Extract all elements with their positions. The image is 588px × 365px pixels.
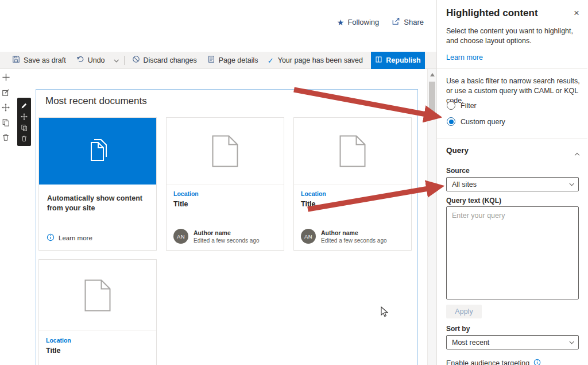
discard-icon — [132, 55, 140, 65]
scrollbar-up-arrow[interactable] — [430, 73, 435, 76]
add-section-button[interactable] — [1, 72, 10, 82]
promo-learn-more-link[interactable]: Learn more — [47, 233, 92, 243]
promo-card: Automatically show content from your sit… — [38, 117, 157, 251]
document-title: Title — [301, 200, 404, 208]
info-icon — [533, 359, 541, 365]
promo-message: Automatically show content from your sit… — [47, 194, 148, 213]
document-icon — [84, 279, 111, 312]
panel-description: Select the content you want to highlight… — [446, 26, 577, 46]
republish-icon — [375, 56, 382, 65]
command-bar-divider — [124, 56, 125, 65]
panel-divider — [437, 68, 587, 69]
site-header: ★ Following Share — [0, 0, 436, 52]
edit-command-bar: Save as draft Undo Discard changes Page … — [0, 52, 436, 69]
radio-selected-icon — [447, 117, 455, 126]
author-avatar: AN — [301, 229, 316, 244]
document-card: Location Title AN Author name Edited a f… — [166, 117, 284, 251]
save-status: ✓ Your page has been saved — [268, 52, 363, 69]
page-details-button[interactable]: Page details — [202, 52, 264, 69]
panel-title: Highlighted content — [446, 7, 538, 19]
promo-learn-more-label: Learn more — [59, 235, 92, 241]
delete-section-icon[interactable] — [1, 133, 10, 142]
page-details-icon — [207, 55, 215, 65]
save-as-draft-label: Save as draft — [24, 56, 66, 64]
republish-button[interactable]: Republish — [371, 52, 425, 69]
custom-query-radio[interactable]: Custom query — [447, 117, 505, 126]
document-location-link[interactable]: Location — [46, 337, 149, 344]
query-text-input[interactable] — [446, 206, 579, 299]
stacked-documents-icon — [84, 137, 111, 166]
query-section-header[interactable]: Query — [446, 146, 469, 155]
document-meta: AN Author name Edited a few seconds ago — [301, 229, 387, 244]
edit-web-part-button[interactable] — [20, 101, 29, 110]
audience-targeting-row[interactable]: Enable audience targeting — [446, 359, 541, 365]
author-name: Author name — [321, 229, 387, 236]
move-web-part-button[interactable] — [20, 112, 29, 121]
sort-by-label: Sort by — [446, 325, 470, 333]
duplicate-web-part-button[interactable] — [20, 123, 29, 132]
check-icon: ✓ — [268, 56, 274, 65]
sort-by-dropdown-value: Most recent — [452, 339, 489, 347]
apply-button[interactable]: Apply — [446, 305, 482, 318]
source-dropdown[interactable]: All sites — [446, 177, 579, 191]
audience-targeting-label: Enable audience targeting — [446, 359, 529, 365]
web-part-title: Most recent documents — [45, 95, 147, 107]
sharepoint-page-editor: ★ Following Share Save as draft Undo — [0, 0, 588, 365]
republish-label: Republish — [386, 56, 420, 64]
canvas-scrollbar — [427, 69, 436, 365]
author-name: Author name — [194, 229, 260, 236]
filter-radio-label: Filter — [461, 102, 477, 110]
source-dropdown-value: All sites — [452, 180, 477, 189]
share-icon — [392, 17, 400, 27]
document-title: Title — [173, 200, 277, 208]
star-icon: ★ — [337, 18, 345, 26]
document-title: Title — [46, 347, 149, 355]
discard-changes-label: Discard changes — [144, 56, 197, 64]
document-thumbnail — [39, 260, 156, 331]
custom-query-radio-label: Custom query — [461, 118, 505, 126]
document-card: Location Title — [38, 259, 157, 365]
document-thumbnail — [294, 118, 411, 185]
web-part-toolbar — [17, 98, 31, 146]
undo-label: Undo — [88, 56, 105, 64]
chevron-down-icon — [569, 339, 574, 344]
collapse-query-button[interactable] — [575, 149, 579, 159]
save-as-draft-button[interactable]: Save as draft — [7, 52, 71, 69]
undo-menu-button[interactable] — [110, 52, 122, 69]
share-label: Share — [404, 18, 424, 26]
undo-icon — [76, 55, 84, 65]
source-label: Source — [446, 167, 470, 175]
following-label: Following — [347, 18, 379, 26]
radio-unselected-icon — [447, 101, 455, 110]
discard-changes-button[interactable]: Discard changes — [127, 52, 202, 69]
author-avatar: AN — [173, 229, 188, 244]
edit-section-icon[interactable] — [1, 88, 10, 97]
save-status-label: Your page has been saved — [278, 56, 363, 64]
highlighted-content-panel: Highlighted content × Select the content… — [436, 0, 588, 365]
delete-web-part-button[interactable] — [20, 134, 29, 143]
following-button[interactable]: ★ Following — [337, 18, 379, 26]
move-section-icon[interactable] — [1, 103, 10, 112]
copy-section-icon[interactable] — [1, 118, 10, 127]
close-icon[interactable]: × — [570, 7, 583, 20]
sort-by-dropdown[interactable]: Most recent — [446, 335, 579, 349]
filter-radio[interactable]: Filter — [447, 101, 477, 110]
document-location-link[interactable]: Location — [173, 190, 277, 197]
canvas-left-rail — [0, 69, 11, 365]
undo-button[interactable]: Undo — [71, 52, 110, 69]
document-icon — [339, 135, 366, 167]
panel-divider — [437, 138, 587, 139]
chevron-down-icon — [114, 57, 118, 62]
query-text-label: Query text (KQL) — [446, 197, 501, 205]
chevron-down-icon — [569, 181, 574, 186]
document-meta: AN Author name Edited a few seconds ago — [173, 229, 260, 244]
info-icon — [47, 233, 55, 243]
edited-timestamp: Edited a few seconds ago — [321, 237, 387, 244]
share-button[interactable]: Share — [392, 17, 424, 27]
learn-more-link[interactable]: Learn more — [446, 53, 483, 62]
document-card: Location Title AN Author name Edited a f… — [293, 117, 412, 251]
document-thumbnail — [167, 118, 284, 185]
scrollbar-thumb[interactable] — [429, 82, 435, 117]
document-location-link[interactable]: Location — [301, 190, 404, 197]
chevron-up-icon — [575, 153, 579, 157]
